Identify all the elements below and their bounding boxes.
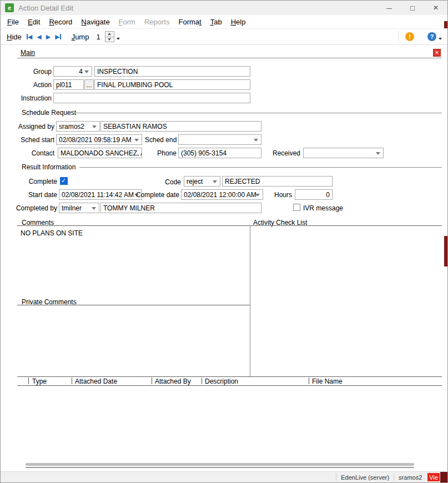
schedule-section-rule: [74, 113, 442, 113]
window-title: Action Detail Edit: [18, 4, 73, 12]
code-label: Code: [160, 178, 181, 186]
maximize-icon[interactable]: [401, 1, 424, 15]
private-comments-rule: [17, 305, 250, 305]
sched-end-label: Sched end: [145, 136, 177, 144]
action-code-field[interactable]: pl011: [53, 79, 84, 90]
menu-help[interactable]: Help: [226, 18, 250, 26]
hide-button[interactable]: Hide: [7, 33, 22, 41]
help-icon[interactable]: ?: [427, 32, 436, 41]
assigned-by-combo[interactable]: sramos2: [56, 121, 100, 132]
background-window-artifact: [444, 21, 447, 28]
menu-bar: FileEditRecordNavigateFormReportsFormatT…: [1, 15, 447, 29]
stepper-up-icon[interactable]: [105, 32, 114, 37]
stepper-down-icon[interactable]: [105, 37, 114, 42]
menu-navigate[interactable]: Navigate: [77, 18, 114, 26]
col-attached-by[interactable]: Attached By: [155, 378, 191, 385]
code-combo[interactable]: reject: [184, 176, 220, 187]
phone-field[interactable]: (305) 905-3154: [178, 148, 261, 158]
attachments-header-rule: [17, 385, 442, 386]
menu-file[interactable]: File: [3, 18, 23, 26]
status-user: sramos2: [394, 473, 426, 481]
jump-stepper[interactable]: [105, 31, 114, 42]
complete-checkbox[interactable]: [60, 177, 68, 185]
complete-label: Complete: [17, 178, 57, 185]
close-icon[interactable]: [424, 1, 447, 15]
action-desc-field[interactable]: FINAL PLUMBING POOL: [94, 79, 250, 90]
status-bar: EdenLive (server) sramos2 Vie: [1, 471, 447, 482]
sched-start-label: Sched start: [12, 136, 54, 144]
assigned-by-desc-field[interactable]: SEBASTIAN RAMOS: [100, 121, 261, 132]
received-label: Received: [269, 149, 300, 157]
toolbar-separator: [398, 32, 399, 42]
warning-icon[interactable]: !: [405, 32, 414, 41]
comments-activity-divider: [250, 225, 250, 377]
group-desc-field[interactable]: INSPECTION: [94, 66, 250, 77]
sched-end-combo[interactable]: [178, 134, 261, 145]
help-dropdown-icon[interactable]: [439, 38, 442, 40]
tab-main[interactable]: Main: [21, 49, 35, 57]
status-badge: Vie: [427, 473, 440, 481]
action-label: Action: [17, 81, 52, 89]
contact-field[interactable]: MALDONADO SANCHEZ, A: [58, 148, 142, 158]
first-record-icon[interactable]: ◀: [27, 34, 32, 40]
result-section-rule: [79, 167, 442, 168]
ivr-label: IVR message: [303, 204, 343, 212]
contact-label: Contact: [12, 149, 54, 157]
status-server: EdenLive (server): [336, 473, 394, 481]
comments-textarea[interactable]: NO PLANS ON SITE: [21, 229, 243, 237]
phone-label: Phone: [155, 149, 177, 157]
menu-format[interactable]: Format: [174, 18, 205, 26]
schedule-section-title: Schedule Request: [22, 109, 76, 117]
result-section-title: Result Information: [22, 163, 75, 171]
previous-record-icon[interactable]: ◀: [37, 34, 41, 40]
jump-value[interactable]: 1: [96, 33, 100, 41]
ivr-checkbox[interactable]: [293, 204, 300, 211]
menu-tab[interactable]: Tab: [206, 18, 226, 26]
tab-close-icon[interactable]: ✕: [433, 49, 441, 57]
comments-rule: [17, 225, 442, 226]
horizontal-scrollbar[interactable]: [26, 463, 414, 466]
col-type[interactable]: Type: [32, 378, 47, 385]
scrollbar-track-line: [26, 467, 414, 468]
tab-divider: [17, 58, 442, 58]
received-combo[interactable]: [303, 148, 384, 158]
col-description[interactable]: Description: [205, 378, 238, 385]
complete-date-combo[interactable]: 02/08/2021 12:00:00 AM: [181, 189, 263, 200]
completed-by-combo[interactable]: tmilner: [59, 203, 99, 213]
code-desc-field[interactable]: REJECTED: [222, 176, 333, 187]
sched-start-combo[interactable]: 02/08/2021 09:58:19 AM: [56, 134, 142, 145]
toolbar-overflow-icon[interactable]: [117, 38, 120, 40]
instruction-label: Instruction: [12, 94, 52, 102]
menu-edit[interactable]: Edit: [23, 18, 44, 26]
title-bar: e Action Detail Edit: [1, 1, 447, 15]
app-icon: e: [5, 3, 14, 12]
toolbar: Hide ◀ ◀ ▶ ▶ Jump 1 ! ?: [1, 29, 447, 45]
completed-by-desc-field[interactable]: TOMMY MILNER: [100, 203, 261, 213]
group-combo[interactable]: 4: [53, 66, 92, 77]
instruction-field[interactable]: [53, 93, 250, 103]
start-date-label: Start date: [14, 191, 57, 199]
background-window-artifact: [444, 236, 447, 266]
col-attached-date[interactable]: Attached Date: [75, 378, 117, 385]
next-record-icon[interactable]: ▶: [46, 34, 51, 40]
attachments-top-rule: [17, 376, 442, 377]
menu-form: Form: [114, 18, 140, 26]
assigned-by-label: Assigned by: [12, 123, 54, 130]
menu-reports: Reports: [140, 18, 174, 26]
hours-label: Hours: [271, 191, 292, 199]
jump-label: Jump: [72, 33, 89, 41]
complete-date-label: Complete date: [135, 191, 179, 199]
app-window: e Action Detail Edit FileEditRecordNavig…: [0, 0, 448, 483]
hours-field[interactable]: 0: [295, 189, 333, 200]
minimize-icon[interactable]: [377, 1, 401, 15]
col-file-name[interactable]: File Name: [312, 378, 343, 385]
status-edge-block: [440, 472, 447, 482]
start-date-combo[interactable]: 02/08/2021 11:14:42 AM: [59, 189, 142, 200]
group-label: Group: [17, 68, 52, 76]
last-record-icon[interactable]: ▶: [55, 34, 61, 40]
completed-by-label: Completed by: [11, 204, 57, 212]
menu-record[interactable]: Record: [44, 18, 77, 26]
action-browse-button[interactable]: …: [84, 79, 94, 90]
